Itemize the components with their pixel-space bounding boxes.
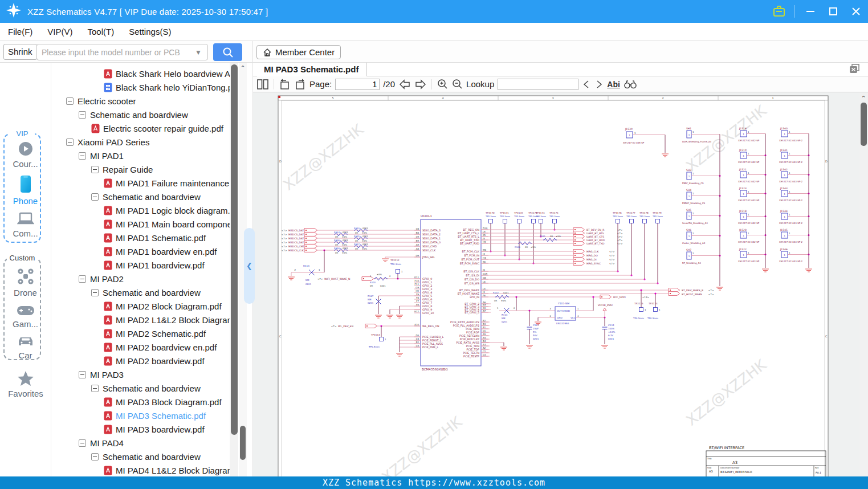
- menu-settings[interactable]: Settings(S): [129, 27, 171, 36]
- next-page-icon[interactable]: [414, 78, 427, 91]
- svg-text:1: 1: [743, 234, 744, 237]
- tree-item[interactable]: MI PAD1 Logic block diagram.p: [51, 203, 230, 217]
- close-all-tabs-icon[interactable]: [849, 64, 860, 76]
- menu-file[interactable]: File(F): [8, 27, 32, 36]
- tree-item[interactable]: MI PAD1 Schematic.pdf: [51, 231, 230, 244]
- sidebar-item-drone[interactable]: Drone: [0, 268, 51, 298]
- member-center-button[interactable]: Member Center: [256, 45, 341, 59]
- viewer-scroll-up-icon[interactable]: ⌃: [860, 95, 867, 101]
- viewer-scrollbar-track[interactable]: [859, 92, 868, 476]
- tree-item-label: Schematic and boardview: [103, 288, 201, 298]
- sidebar-item-favorites[interactable]: Favorites: [0, 370, 51, 398]
- tree-item[interactable]: Schematic and boardview: [51, 286, 230, 299]
- tree-item[interactable]: Schematic and boardview: [51, 381, 230, 395]
- expand-toggle-icon[interactable]: [79, 111, 86, 119]
- tree-item[interactable]: MI PAD2 boardview.pdf: [51, 354, 230, 368]
- previous-page-icon[interactable]: [398, 78, 411, 91]
- expand-toggle-icon[interactable]: [91, 385, 99, 392]
- tab-mi-pad3-schematic[interactable]: MI PAD3 Schematic.pdf: [257, 63, 367, 76]
- tree-item[interactable]: MI PAD2 boardview en.pdf: [51, 340, 230, 354]
- rotate-right-icon[interactable]: [294, 78, 306, 91]
- svg-text:C1: C1: [483, 329, 486, 332]
- panel-scrollbar-thumb[interactable]: [240, 426, 246, 460]
- tree-item[interactable]: Electric scooter: [51, 94, 230, 108]
- tree-item[interactable]: MI PAD2 Schematic.pdf: [51, 327, 230, 340]
- svg-text:J1542: J1542: [780, 168, 788, 171]
- tree-item[interactable]: MI PAD1 Failure maintenance c: [51, 176, 230, 190]
- shrink-button[interactable]: Shrink: [3, 44, 37, 60]
- expand-toggle-icon[interactable]: [91, 289, 99, 296]
- tree-item[interactable]: Black Shark helo YiDianTong.p: [51, 80, 230, 94]
- svg-text:R113: R113: [502, 313, 508, 316]
- tree-item[interactable]: Electric scooter repair guide.pdf: [51, 121, 230, 135]
- search-button[interactable]: [213, 43, 242, 61]
- tree-scrollbar-thumb[interactable]: [231, 64, 238, 435]
- panel-collapse-handle[interactable]: ❮: [244, 228, 255, 304]
- svg-text:J1543: J1543: [780, 187, 788, 190]
- chevron-down-icon[interactable]: ▼: [195, 48, 207, 56]
- pdf-viewer: MI PAD3 Schematic.pdf: [252, 63, 868, 476]
- expand-toggle-icon[interactable]: [66, 97, 74, 105]
- page-number-input[interactable]: [335, 79, 380, 90]
- tree-item[interactable]: Schematic and boardview: [51, 108, 230, 121]
- close-button[interactable]: [849, 4, 863, 19]
- svg-text:Size: Size: [707, 467, 711, 469]
- expand-toggle-icon[interactable]: [66, 138, 74, 146]
- scroll-up-arrow-icon[interactable]: ⌃: [239, 64, 246, 72]
- search-input[interactable]: [37, 48, 195, 57]
- tree-item[interactable]: MI PAD3 Schematic.pdf: [51, 409, 230, 422]
- rotate-left-icon[interactable]: [279, 78, 291, 91]
- license-briefcase-icon[interactable]: [772, 4, 787, 19]
- tree-item[interactable]: MI PAD1: [51, 149, 230, 162]
- match-case-button[interactable]: Abi: [607, 80, 620, 89]
- svg-text:1: 1: [743, 154, 744, 157]
- find-next-icon[interactable]: [594, 78, 604, 91]
- find-previous-icon[interactable]: [582, 78, 591, 91]
- tree-item[interactable]: Schematic and boardview: [51, 450, 230, 463]
- home-icon: [263, 48, 272, 57]
- expand-toggle-icon[interactable]: [79, 439, 86, 447]
- svg-text:1: 1: [688, 255, 690, 258]
- tree-item[interactable]: Repair Guide: [51, 162, 230, 176]
- tree-item[interactable]: MI PAD2 Block Diagram.pdf: [51, 299, 230, 313]
- expand-toggle-icon[interactable]: [79, 371, 86, 378]
- pdf-file-icon: [104, 315, 112, 325]
- sidebar-item-computer[interactable]: Com...: [0, 212, 51, 238]
- tree-item[interactable]: MI PAD4 L1&L2 Block Diagram: [51, 463, 230, 476]
- expand-toggle-icon[interactable]: [91, 193, 99, 201]
- two-page-view-icon[interactable]: [256, 78, 269, 91]
- tree-item[interactable]: Schematic and boardview: [51, 190, 230, 203]
- tree-item[interactable]: MI PAD3 Block Diagram.pdf: [51, 395, 230, 409]
- menu-tool[interactable]: Tool(T): [88, 27, 115, 36]
- sidebar-item-phone[interactable]: Phone: [0, 175, 51, 206]
- tree-item[interactable]: Black Shark Helo boardview AW: [51, 67, 230, 80]
- binoculars-search-icon[interactable]: [624, 78, 637, 91]
- expand-toggle-icon[interactable]: [91, 453, 99, 461]
- viewer-scrollbar-thumb[interactable]: [861, 103, 867, 146]
- tree-item[interactable]: MI PAD2 L1&L2 Block Diagram: [51, 313, 230, 327]
- svg-text:G8: G8: [483, 276, 486, 279]
- tree-item[interactable]: MI PAD3: [51, 368, 230, 381]
- menu-vip[interactable]: VIP(V): [47, 27, 72, 36]
- sidebar-item-course[interactable]: Cour...: [0, 141, 51, 169]
- tree-item[interactable]: MI PAD4: [51, 436, 230, 450]
- expand-toggle-icon[interactable]: [79, 152, 86, 160]
- tree-item[interactable]: Xiaomi PAD Series: [51, 135, 230, 149]
- pdf-canvas[interactable]: 54321DDCCXZZ@XZZHKXZZ@XZZHKXZZ@XZZHKXZZ@…: [253, 92, 860, 476]
- tree-item[interactable]: MI PAD1 boardview en.pdf: [51, 244, 230, 258]
- tree-item[interactable]: MI PAD1 boardview.pdf: [51, 258, 230, 272]
- svg-text:100N: 100N: [608, 327, 614, 330]
- expand-toggle-icon[interactable]: [91, 166, 99, 173]
- svg-text:<7>: <7>: [282, 245, 287, 248]
- zoom-in-icon[interactable]: [437, 78, 448, 91]
- minimize-button[interactable]: [803, 4, 818, 19]
- tree-item[interactable]: MI PAD1 Main board compone: [51, 217, 230, 231]
- sidebar-item-car[interactable]: Car: [0, 335, 51, 360]
- zoom-out-icon[interactable]: [451, 78, 463, 91]
- tree-item[interactable]: MI PAD3 boardview.pdf: [51, 422, 230, 436]
- expand-toggle-icon[interactable]: [79, 275, 86, 283]
- maximize-button[interactable]: [826, 4, 841, 19]
- sidebar-item-game[interactable]: Gam...: [0, 305, 51, 329]
- lookup-input[interactable]: [498, 79, 578, 90]
- tree-item[interactable]: MI PAD2: [51, 272, 230, 286]
